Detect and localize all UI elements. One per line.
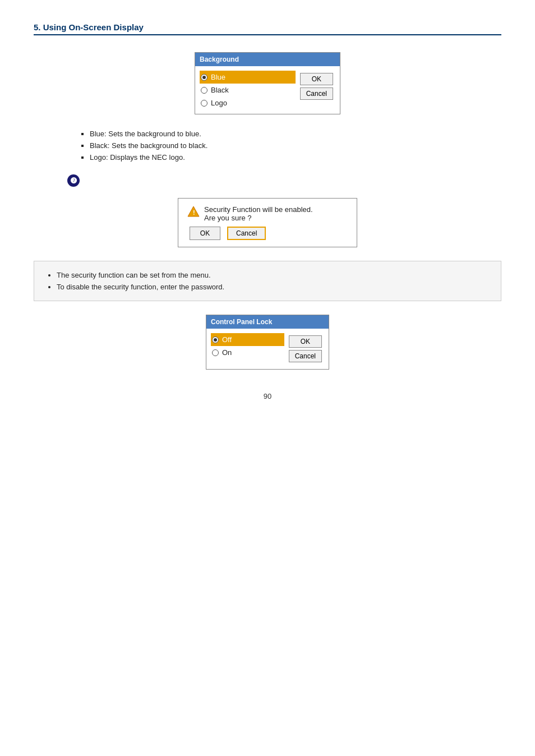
option-logo-label: Logo — [211, 99, 227, 107]
note-box: The security function can be set from th… — [34, 261, 501, 301]
radio-blue — [201, 74, 207, 81]
option-black-label: Black — [211, 86, 229, 94]
control-panel-cancel-button[interactable]: Cancel — [289, 350, 322, 362]
option-on[interactable]: On — [211, 346, 284, 359]
control-panel-dialog: Control Panel Lock Off On — [206, 315, 329, 370]
note-item-2: To disable the security function, enter … — [57, 281, 490, 293]
bullet-item-2: Black: Sets the background to black. — [90, 140, 501, 151]
background-dialog: Background Blue Black — [195, 52, 340, 114]
option-blue-label: Blue — [211, 73, 225, 81]
confirm-btn-row: OK Cancel — [187, 227, 348, 240]
background-actions: OK Cancel — [298, 71, 335, 109]
section-heading: 5. Using On-Screen Display — [34, 22, 501, 35]
bullet-item-1: Blue: Sets the background to blue. — [90, 128, 501, 140]
control-panel-options: Off On — [211, 333, 284, 365]
radio-logo — [201, 100, 207, 107]
warning-icon: ! — [187, 205, 200, 218]
confirm-dialog-wrapper: ! Security Function will be enabled. Are… — [34, 198, 501, 247]
background-ok-button[interactable]: OK — [300, 73, 333, 85]
confirm-cancel-button[interactable]: Cancel — [227, 227, 266, 240]
control-panel-ok-button[interactable]: OK — [289, 335, 322, 348]
option-off-label: Off — [222, 335, 232, 344]
background-options: Blue Black Logo — [200, 71, 296, 109]
info-icon: ❼ — [67, 174, 80, 187]
radio-black — [201, 87, 207, 94]
option-on-label: On — [222, 348, 232, 357]
background-dialog-title: Background — [195, 53, 340, 66]
background-cancel-button[interactable]: Cancel — [300, 87, 333, 100]
option-black[interactable]: Black — [200, 84, 296, 96]
bullet-item-3: Logo: Displays the NEC logo. — [90, 151, 501, 163]
confirm-dialog: ! Security Function will be enabled. Are… — [178, 198, 357, 247]
note-item-1: The security function can be set from th… — [57, 269, 490, 281]
option-logo[interactable]: Logo — [200, 96, 296, 109]
confirm-line1: Security Function will be enabled. — [204, 205, 313, 214]
info-row: ❼ — [67, 174, 501, 187]
control-panel-actions: OK Cancel — [287, 333, 324, 365]
radio-on — [212, 349, 219, 356]
radio-off — [212, 336, 219, 343]
page-number: 90 — [34, 392, 501, 400]
svg-text:!: ! — [193, 209, 195, 216]
option-off[interactable]: Off — [211, 333, 284, 346]
control-panel-dialog-title: Control Panel Lock — [206, 315, 329, 329]
confirm-line2: Are you sure ? — [204, 214, 313, 222]
bullet-list-section: Blue: Sets the background to blue. Black… — [79, 128, 501, 163]
option-blue[interactable]: Blue — [200, 71, 296, 84]
confirm-ok-button[interactable]: OK — [190, 227, 220, 240]
